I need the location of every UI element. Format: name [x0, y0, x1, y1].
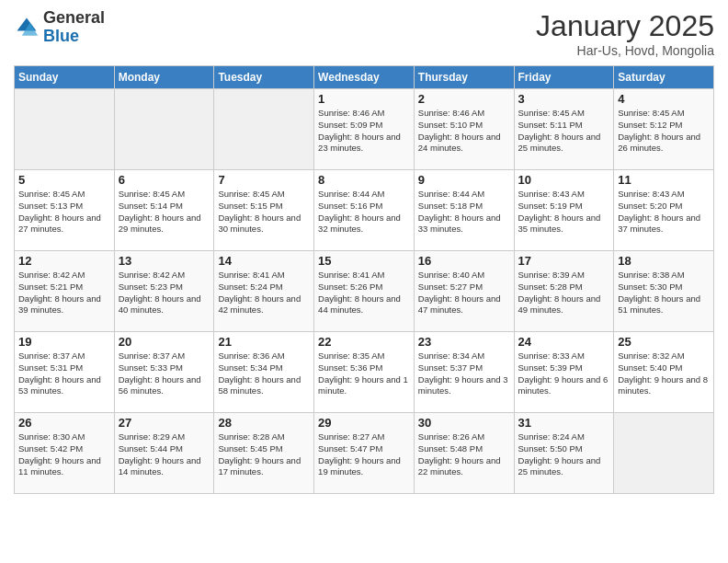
- day-info: Sunrise: 8:46 AM Sunset: 5:09 PM Dayligh…: [318, 108, 410, 155]
- calendar-cell: [614, 413, 714, 494]
- calendar-cell: 15Sunrise: 8:41 AM Sunset: 5:26 PM Dayli…: [314, 251, 415, 332]
- day-info: Sunrise: 8:41 AM Sunset: 5:26 PM Dayligh…: [318, 270, 410, 316]
- calendar-cell: 29Sunrise: 8:27 AM Sunset: 5:47 PM Dayli…: [314, 413, 415, 494]
- calendar-cell: 7Sunrise: 8:45 AM Sunset: 5:15 PM Daylig…: [214, 170, 314, 251]
- day-number: 23: [418, 335, 510, 349]
- calendar-cell: 28Sunrise: 8:28 AM Sunset: 5:45 PM Dayli…: [214, 413, 314, 494]
- calendar-week-2: 5Sunrise: 8:45 AM Sunset: 5:13 PM Daylig…: [15, 170, 714, 251]
- header-thursday: Thursday: [414, 66, 514, 89]
- calendar-cell: 10Sunrise: 8:43 AM Sunset: 5:19 PM Dayli…: [514, 170, 614, 251]
- logo-blue-text: Blue: [43, 28, 105, 46]
- day-number: 28: [218, 416, 310, 430]
- day-info: Sunrise: 8:45 AM Sunset: 5:15 PM Dayligh…: [218, 189, 310, 236]
- calendar-cell: 25Sunrise: 8:32 AM Sunset: 5:40 PM Dayli…: [614, 332, 714, 413]
- day-info: Sunrise: 8:30 AM Sunset: 5:42 PM Dayligh…: [18, 431, 110, 478]
- calendar-cell: 11Sunrise: 8:43 AM Sunset: 5:20 PM Dayli…: [614, 170, 714, 251]
- calendar-cell: 24Sunrise: 8:33 AM Sunset: 5:39 PM Dayli…: [514, 332, 614, 413]
- day-number: 11: [618, 173, 710, 187]
- day-info: Sunrise: 8:29 AM Sunset: 5:44 PM Dayligh…: [119, 431, 210, 478]
- title-block: January 2025 Har-Us, Hovd, Mongolia: [536, 9, 714, 58]
- calendar-cell: 6Sunrise: 8:45 AM Sunset: 5:14 PM Daylig…: [114, 170, 214, 251]
- day-number: 1: [318, 92, 410, 106]
- calendar-cell: 12Sunrise: 8:42 AM Sunset: 5:21 PM Dayli…: [15, 251, 115, 332]
- day-number: 12: [18, 254, 110, 268]
- logo-icon: [14, 15, 40, 40]
- day-number: 29: [318, 416, 410, 430]
- calendar-cell: 4Sunrise: 8:45 AM Sunset: 5:12 PM Daylig…: [614, 89, 714, 170]
- day-number: 21: [218, 335, 310, 349]
- calendar-header: Sunday Monday Tuesday Wednesday Thursday…: [15, 66, 714, 89]
- header: General Blue January 2025 Har-Us, Hovd, …: [14, 9, 714, 58]
- day-info: Sunrise: 8:42 AM Sunset: 5:23 PM Dayligh…: [119, 270, 210, 316]
- day-info: Sunrise: 8:37 AM Sunset: 5:33 PM Dayligh…: [119, 350, 210, 397]
- calendar-cell: 14Sunrise: 8:41 AM Sunset: 5:24 PM Dayli…: [214, 251, 314, 332]
- logo: General Blue: [14, 9, 105, 46]
- calendar-cell: 26Sunrise: 8:30 AM Sunset: 5:42 PM Dayli…: [15, 413, 115, 494]
- day-number: 26: [18, 416, 110, 430]
- day-number: 19: [18, 335, 110, 349]
- day-number: 14: [218, 254, 310, 268]
- logo-general-text: General: [43, 9, 105, 28]
- day-info: Sunrise: 8:41 AM Sunset: 5:24 PM Dayligh…: [218, 270, 310, 316]
- day-number: 7: [218, 173, 310, 187]
- calendar-cell: [15, 89, 115, 170]
- day-info: Sunrise: 8:28 AM Sunset: 5:45 PM Dayligh…: [218, 431, 310, 478]
- day-info: Sunrise: 8:27 AM Sunset: 5:47 PM Dayligh…: [318, 431, 410, 478]
- day-number: 4: [618, 92, 710, 106]
- day-number: 5: [18, 173, 110, 187]
- header-monday: Monday: [114, 66, 214, 89]
- calendar-cell: 21Sunrise: 8:36 AM Sunset: 5:34 PM Dayli…: [214, 332, 314, 413]
- day-number: 17: [518, 254, 610, 268]
- header-friday: Friday: [514, 66, 614, 89]
- calendar-cell: 30Sunrise: 8:26 AM Sunset: 5:48 PM Dayli…: [414, 413, 514, 494]
- day-info: Sunrise: 8:24 AM Sunset: 5:50 PM Dayligh…: [518, 431, 610, 478]
- day-number: 13: [119, 254, 210, 268]
- calendar-cell: 20Sunrise: 8:37 AM Sunset: 5:33 PM Dayli…: [114, 332, 214, 413]
- page: General Blue January 2025 Har-Us, Hovd, …: [0, 0, 728, 563]
- calendar-body: 1Sunrise: 8:46 AM Sunset: 5:09 PM Daylig…: [15, 89, 714, 494]
- header-tuesday: Tuesday: [214, 66, 314, 89]
- day-info: Sunrise: 8:45 AM Sunset: 5:13 PM Dayligh…: [18, 189, 110, 236]
- day-number: 3: [518, 92, 610, 106]
- day-info: Sunrise: 8:43 AM Sunset: 5:19 PM Dayligh…: [518, 189, 610, 236]
- calendar-cell: 22Sunrise: 8:35 AM Sunset: 5:36 PM Dayli…: [314, 332, 415, 413]
- day-number: 8: [318, 173, 410, 187]
- calendar-week-5: 26Sunrise: 8:30 AM Sunset: 5:42 PM Dayli…: [15, 413, 714, 494]
- day-info: Sunrise: 8:45 AM Sunset: 5:14 PM Dayligh…: [119, 189, 210, 236]
- calendar-cell: 19Sunrise: 8:37 AM Sunset: 5:31 PM Dayli…: [15, 332, 115, 413]
- day-info: Sunrise: 8:39 AM Sunset: 5:28 PM Dayligh…: [518, 270, 610, 316]
- header-wednesday: Wednesday: [314, 66, 415, 89]
- day-info: Sunrise: 8:45 AM Sunset: 5:12 PM Dayligh…: [618, 108, 710, 155]
- logo-text: General Blue: [43, 9, 105, 46]
- day-number: 15: [318, 254, 410, 268]
- day-info: Sunrise: 8:46 AM Sunset: 5:10 PM Dayligh…: [418, 108, 510, 155]
- day-info: Sunrise: 8:37 AM Sunset: 5:31 PM Dayligh…: [18, 350, 110, 397]
- calendar-cell: 2Sunrise: 8:46 AM Sunset: 5:10 PM Daylig…: [414, 89, 514, 170]
- calendar-cell: 13Sunrise: 8:42 AM Sunset: 5:23 PM Dayli…: [114, 251, 214, 332]
- day-info: Sunrise: 8:32 AM Sunset: 5:40 PM Dayligh…: [618, 350, 710, 397]
- day-number: 22: [318, 335, 410, 349]
- month-year: January 2025: [536, 9, 714, 43]
- calendar-cell: 16Sunrise: 8:40 AM Sunset: 5:27 PM Dayli…: [414, 251, 514, 332]
- day-number: 16: [418, 254, 510, 268]
- day-number: 30: [418, 416, 510, 430]
- calendar-cell: [114, 89, 214, 170]
- calendar-week-3: 12Sunrise: 8:42 AM Sunset: 5:21 PM Dayli…: [15, 251, 714, 332]
- calendar-cell: 3Sunrise: 8:45 AM Sunset: 5:11 PM Daylig…: [514, 89, 614, 170]
- day-info: Sunrise: 8:35 AM Sunset: 5:36 PM Dayligh…: [318, 350, 410, 397]
- calendar-cell: 23Sunrise: 8:34 AM Sunset: 5:37 PM Dayli…: [414, 332, 514, 413]
- day-number: 20: [119, 335, 210, 349]
- calendar: Sunday Monday Tuesday Wednesday Thursday…: [14, 65, 714, 494]
- calendar-cell: 8Sunrise: 8:44 AM Sunset: 5:16 PM Daylig…: [314, 170, 415, 251]
- calendar-cell: 9Sunrise: 8:44 AM Sunset: 5:18 PM Daylig…: [414, 170, 514, 251]
- calendar-cell: 1Sunrise: 8:46 AM Sunset: 5:09 PM Daylig…: [314, 89, 415, 170]
- calendar-week-4: 19Sunrise: 8:37 AM Sunset: 5:31 PM Dayli…: [15, 332, 714, 413]
- day-info: Sunrise: 8:38 AM Sunset: 5:30 PM Dayligh…: [618, 270, 710, 316]
- day-number: 18: [618, 254, 710, 268]
- day-info: Sunrise: 8:34 AM Sunset: 5:37 PM Dayligh…: [418, 350, 510, 397]
- calendar-cell: 5Sunrise: 8:45 AM Sunset: 5:13 PM Daylig…: [15, 170, 115, 251]
- day-info: Sunrise: 8:44 AM Sunset: 5:18 PM Dayligh…: [418, 189, 510, 236]
- day-info: Sunrise: 8:40 AM Sunset: 5:27 PM Dayligh…: [418, 270, 510, 316]
- calendar-cell: 17Sunrise: 8:39 AM Sunset: 5:28 PM Dayli…: [514, 251, 614, 332]
- day-info: Sunrise: 8:36 AM Sunset: 5:34 PM Dayligh…: [218, 350, 310, 397]
